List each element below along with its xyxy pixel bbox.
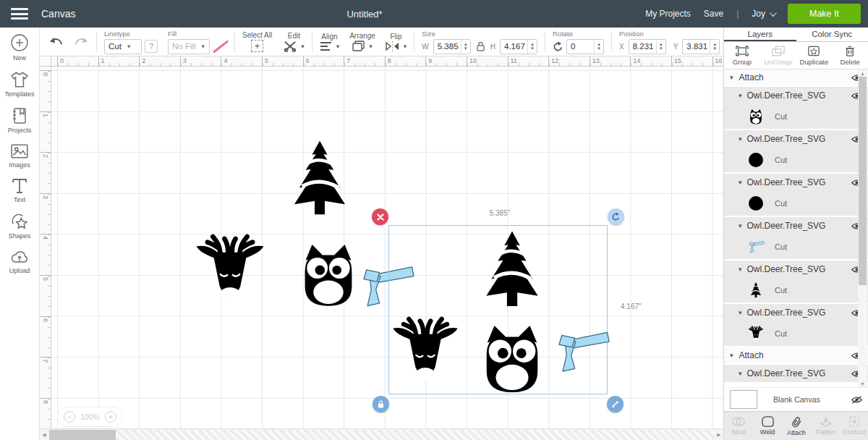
scroll-left-icon[interactable]: ◀ — [40, 429, 48, 440]
scarf-shape-selected[interactable] — [553, 328, 610, 376]
position-y-input[interactable]: 3.831 — [682, 39, 720, 54]
edit-icon — [284, 41, 297, 52]
undo-icon[interactable] — [48, 35, 64, 48]
tree-shape[interactable] — [287, 138, 352, 221]
ruler-v: 012345678 — [40, 67, 51, 428]
tab-layers[interactable]: Layers — [724, 28, 796, 41]
owl-shape-selected[interactable] — [475, 323, 550, 394]
slice-icon — [732, 416, 745, 427]
flip-button[interactable]: Flip ▾ — [386, 33, 407, 51]
chevron-down-icon[interactable]: ▾ — [739, 266, 742, 273]
tab-color-sync[interactable]: Color Sync — [796, 28, 868, 41]
weld-button[interactable]: Weld — [753, 412, 782, 440]
ruler-corner — [40, 56, 51, 67]
group-button[interactable]: Group — [724, 42, 760, 69]
flatten-button[interactable]: Flatten — [811, 412, 840, 440]
select-all-button[interactable]: Select All — [242, 31, 272, 52]
layer-row-scarf[interactable]: ▾Owl.Deer.Tree_SVG Cut — [724, 217, 868, 259]
rotate-icon[interactable] — [553, 41, 563, 52]
height-label: H — [490, 43, 495, 51]
selection-resize-handle[interactable] — [607, 396, 624, 412]
fill-select[interactable]: No Fill — [168, 39, 210, 54]
layer-row-circle[interactable]: ▾Owl.Deer.Tree_SVG Cut — [724, 174, 868, 216]
scroll-up-icon[interactable]: ▲ — [858, 69, 867, 77]
stepper-icon[interactable] — [656, 40, 665, 54]
stepper-icon[interactable] — [527, 40, 537, 54]
blank-canvas-label: Blank Canvas — [773, 395, 820, 404]
selection-height-label: 4.167" — [621, 302, 642, 310]
align-button[interactable]: Align ▾ — [320, 33, 340, 51]
ungroup-button[interactable]: UnGroup — [760, 42, 796, 69]
selection-lock-handle[interactable] — [373, 396, 389, 412]
selection-rotate-handle[interactable] — [608, 208, 624, 225]
chevron-down-icon[interactable]: ▾ — [730, 74, 733, 81]
rotate-input[interactable]: 0 — [566, 39, 604, 54]
chevron-down-icon[interactable]: ▾ — [739, 370, 742, 377]
layer-row-deer[interactable]: ▾Owl.Deer.Tree_SVG Cut — [724, 304, 868, 346]
sidebar-item-upload[interactable]: Upload — [9, 249, 30, 274]
upload-cloud-icon — [10, 249, 29, 265]
hamburger-menu-icon[interactable] — [11, 8, 28, 20]
stepper-icon[interactable] — [461, 40, 470, 54]
design-canvas[interactable]: 5.385" 4.167" − 100% + — [51, 67, 723, 428]
machine-select[interactable]: Joy — [752, 9, 775, 19]
delete-button[interactable]: Delete — [832, 42, 868, 69]
ungroup-icon — [772, 46, 785, 56]
layer-row-tree[interactable]: ▾Owl.Deer.Tree_SVG Cut — [724, 261, 868, 302]
layer-row-owl[interactable]: ▾Owl.Deer.Tree_SVG Cut — [724, 87, 868, 129]
layer-group-attach[interactable]: ▾ Attach — [724, 347, 868, 363]
edit-toolbar: Linetype Cut ? Fill No Fill Select All E… — [40, 28, 723, 56]
redo-icon[interactable] — [73, 35, 89, 48]
stepper-icon[interactable] — [710, 40, 719, 54]
tree-shape-selected[interactable] — [480, 229, 545, 313]
sidebar-item-templates[interactable]: Templates — [4, 71, 34, 98]
sidebar-item-text[interactable]: Text — [11, 178, 28, 203]
width-input[interactable]: 5.385 — [433, 39, 471, 54]
contour-button[interactable]: Contour — [840, 412, 868, 440]
lock-aspect-icon[interactable] — [476, 41, 485, 52]
deer-shape-selected[interactable] — [389, 313, 461, 388]
position-x-input[interactable]: 8.231 — [629, 39, 666, 54]
zoom-out-button[interactable]: − — [64, 411, 75, 423]
layer-row-collapsed[interactable]: ▾Owl.Deer.Tree_SVG — [724, 365, 868, 382]
owl-shape[interactable] — [296, 240, 361, 309]
blank-canvas-row[interactable]: Blank Canvas — [724, 387, 868, 411]
stepper-icon[interactable] — [594, 40, 603, 54]
attach-button[interactable]: Attach — [782, 412, 811, 440]
duplicate-button[interactable]: Duplicate — [796, 42, 833, 69]
layer-thumbnail-circle — [747, 195, 765, 212]
slice-button[interactable]: Slice — [724, 412, 753, 440]
chevron-down-icon[interactable]: ▾ — [730, 352, 733, 359]
horizontal-scrollbar[interactable]: ◀ ▶ — [40, 428, 723, 440]
zoom-in-button[interactable]: + — [105, 411, 116, 423]
chevron-down-icon[interactable]: ▾ — [739, 135, 742, 143]
sidebar-item-projects[interactable]: Projects — [8, 107, 32, 134]
layer-group-attach[interactable]: ▾ Attach — [724, 69, 868, 85]
sidebar-item-shapes[interactable]: Shapes — [9, 213, 31, 240]
selection-delete-handle[interactable] — [372, 208, 388, 225]
layer-row-circle[interactable]: ▾Owl.Deer.Tree_SVG Cut — [724, 130, 868, 172]
layer-thumbnail-tree — [747, 282, 765, 299]
edit-menu-button[interactable]: Edit ▾ — [284, 32, 305, 52]
chevron-down-icon[interactable]: ▾ — [739, 179, 742, 186]
height-input[interactable]: 4.167 — [500, 39, 537, 54]
my-projects-link[interactable]: My Projects — [645, 9, 691, 19]
scroll-down-icon[interactable]: ▼ — [858, 380, 867, 387]
scrollbar-thumb[interactable] — [49, 430, 116, 440]
chevron-down-icon[interactable]: ▾ — [739, 222, 742, 229]
scrollbar-track[interactable] — [116, 430, 714, 440]
deer-shape[interactable] — [192, 233, 268, 305]
linetype-select[interactable]: Cut — [104, 39, 142, 54]
sidebar-item-new[interactable]: New — [10, 33, 29, 62]
make-it-button[interactable]: Make It — [788, 4, 861, 24]
eye-off-icon[interactable] — [851, 396, 863, 404]
sidebar-item-images[interactable]: Images — [9, 143, 30, 169]
scrollbar-thumb[interactable] — [859, 77, 867, 285]
chevron-down-icon[interactable]: ▾ — [739, 309, 742, 316]
vertical-scrollbar[interactable]: ▲ ▼ — [858, 69, 867, 387]
scroll-right-icon[interactable]: ▶ — [715, 429, 723, 440]
arrange-button[interactable]: Arrange ▾ — [349, 32, 375, 51]
save-link[interactable]: Save — [704, 9, 723, 19]
linetype-help-button[interactable]: ? — [145, 40, 158, 53]
chevron-down-icon[interactable]: ▾ — [739, 92, 742, 99]
